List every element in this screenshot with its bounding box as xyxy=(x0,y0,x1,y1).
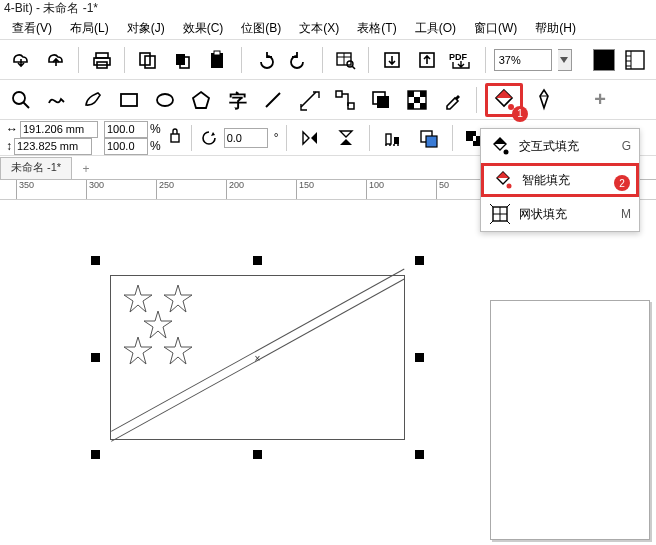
polygon-tool-icon[interactable] xyxy=(186,85,216,115)
svg-rect-31 xyxy=(348,103,354,109)
menu-object[interactable]: 对象(J) xyxy=(127,20,165,37)
svg-rect-33 xyxy=(377,96,389,108)
outline-pen-icon[interactable] xyxy=(529,85,559,115)
print-icon[interactable] xyxy=(87,45,116,75)
scale-y-input[interactable] xyxy=(104,138,148,155)
svg-line-28 xyxy=(266,93,280,107)
flag-rectangle[interactable]: × xyxy=(110,275,405,440)
cloud-download-icon[interactable] xyxy=(6,45,35,75)
undo-icon[interactable] xyxy=(250,45,279,75)
svg-line-23 xyxy=(23,102,29,108)
flyout-mesh-fill[interactable]: 网状填充 M xyxy=(481,197,639,231)
duplicate-icon[interactable] xyxy=(169,45,198,75)
svg-marker-54 xyxy=(124,337,152,364)
dimension-tool-icon[interactable] xyxy=(294,85,324,115)
paste-icon[interactable] xyxy=(204,45,233,75)
menu-tools[interactable]: 工具(O) xyxy=(415,20,456,37)
flyout-label: 网状填充 xyxy=(519,206,567,223)
menu-text[interactable]: 文本(X) xyxy=(299,20,339,37)
menu-bitmap[interactable]: 位图(B) xyxy=(241,20,281,37)
handle-e[interactable] xyxy=(415,353,424,362)
ruler-settings-icon[interactable] xyxy=(621,45,650,75)
align-icon[interactable] xyxy=(378,123,408,153)
tool-toolbar: 字 1 + xyxy=(0,80,656,120)
order-icon[interactable] xyxy=(414,123,444,153)
svg-line-61 xyxy=(490,204,493,207)
handle-w[interactable] xyxy=(91,353,100,362)
flyout-smart-fill[interactable]: 智能填充 2 xyxy=(481,163,639,197)
interactive-fill-icon xyxy=(489,135,511,157)
handle-ne[interactable] xyxy=(415,256,424,265)
zoom-dropdown[interactable] xyxy=(558,49,572,71)
selection-bbox[interactable]: × xyxy=(95,260,420,455)
menu-table[interactable]: 表格(T) xyxy=(357,20,396,37)
copy-icon[interactable] xyxy=(133,45,162,75)
handle-sw[interactable] xyxy=(91,450,100,459)
handle-nw[interactable] xyxy=(91,256,100,265)
star-4 xyxy=(123,336,153,366)
pdf-export-icon[interactable]: PDF xyxy=(448,45,477,75)
callout-badge-1: 1 xyxy=(512,106,528,122)
doc-tab-1[interactable]: 未命名 -1* xyxy=(0,157,72,179)
mirror-v-icon[interactable] xyxy=(331,123,361,153)
import-icon[interactable] xyxy=(377,45,406,75)
text-tool-icon[interactable]: 字 xyxy=(222,85,252,115)
svg-rect-36 xyxy=(414,97,420,103)
lock-ratio-icon[interactable] xyxy=(167,121,183,155)
svg-rect-30 xyxy=(336,91,342,97)
zoom-input[interactable]: 37% xyxy=(494,49,552,71)
svg-rect-37 xyxy=(420,103,426,109)
redo-icon[interactable] xyxy=(285,45,314,75)
cloud-upload-icon[interactable] xyxy=(41,45,70,75)
fill-tool-icon[interactable]: 1 xyxy=(485,83,523,117)
svg-rect-44 xyxy=(386,134,391,144)
menu-effects[interactable]: 效果(C) xyxy=(183,20,224,37)
height-input[interactable] xyxy=(14,138,92,155)
flyout-shortcut: G xyxy=(622,139,631,153)
rotation-input[interactable] xyxy=(224,128,268,148)
menu-view[interactable]: 查看(V) xyxy=(12,20,52,37)
svg-line-13 xyxy=(352,66,355,69)
search-table-icon[interactable] xyxy=(331,45,360,75)
svg-rect-8 xyxy=(214,51,220,55)
svg-rect-42 xyxy=(171,134,179,142)
handle-se[interactable] xyxy=(415,450,424,459)
flyout-label: 交互式填充 xyxy=(519,138,579,155)
svg-rect-38 xyxy=(420,91,426,97)
menu-layout[interactable]: 布局(L) xyxy=(70,20,109,37)
svg-line-62 xyxy=(507,204,510,207)
ellipse-tool-icon[interactable] xyxy=(150,85,180,115)
artistic-media-icon[interactable] xyxy=(78,85,108,115)
svg-text:PDF: PDF xyxy=(449,52,468,62)
svg-line-29 xyxy=(301,92,316,107)
handle-n[interactable] xyxy=(253,256,262,265)
svg-marker-26 xyxy=(193,92,209,108)
fill-color-swatch[interactable] xyxy=(593,49,614,71)
handle-s[interactable] xyxy=(253,450,262,459)
svg-marker-53 xyxy=(144,311,172,338)
scale-x-input[interactable] xyxy=(104,121,148,138)
mirror-h-icon[interactable] xyxy=(295,123,325,153)
drop-shadow-icon[interactable] xyxy=(366,85,396,115)
svg-text:字: 字 xyxy=(229,91,247,111)
flyout-interactive-fill[interactable]: 交互式填充 G xyxy=(481,129,639,163)
rectangle-tool-icon[interactable] xyxy=(114,85,144,115)
line-tool-icon[interactable] xyxy=(258,85,288,115)
eyedropper-icon[interactable] xyxy=(438,85,468,115)
zoom-tool-icon[interactable] xyxy=(6,85,36,115)
canvas-area[interactable]: × xyxy=(0,200,656,545)
transparency-tool-icon[interactable] xyxy=(402,85,432,115)
add-tool-icon[interactable]: + xyxy=(585,85,615,115)
svg-rect-50 xyxy=(473,136,476,141)
svg-marker-55 xyxy=(164,337,192,364)
svg-line-64 xyxy=(507,221,510,224)
menu-help[interactable]: 帮助(H) xyxy=(535,20,576,37)
connector-tool-icon[interactable] xyxy=(330,85,360,115)
export-icon[interactable] xyxy=(412,45,441,75)
height-icon: ↕ xyxy=(6,139,12,153)
width-input[interactable] xyxy=(20,121,98,138)
add-doc-tab[interactable]: + xyxy=(76,159,96,179)
menu-window[interactable]: 窗口(W) xyxy=(474,20,517,37)
svg-rect-24 xyxy=(121,94,137,106)
freehand-tool-icon[interactable] xyxy=(42,85,72,115)
